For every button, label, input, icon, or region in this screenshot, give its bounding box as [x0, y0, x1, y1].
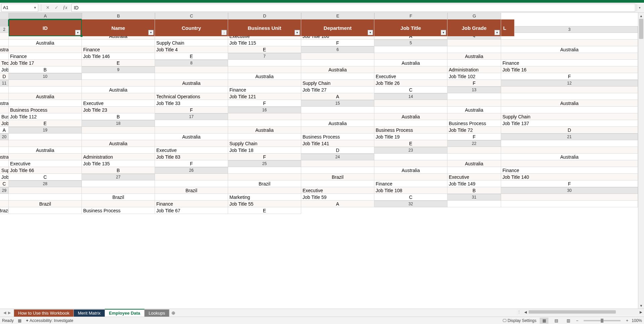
cell[interactable] — [0, 201, 9, 207]
cell[interactable]: Administration — [447, 66, 501, 73]
row-header-29[interactable]: 29 — [0, 187, 9, 194]
filter-dropdown-icon[interactable]: ▼ — [75, 30, 80, 35]
cell[interactable] — [447, 154, 501, 160]
cell[interactable] — [501, 33, 638, 40]
filter-dropdown-icon[interactable]: ▼ — [441, 30, 446, 35]
cell[interactable] — [0, 40, 9, 46]
select-all-corner[interactable] — [0, 13, 9, 19]
sheet-tab-how-to-use-this-workbook[interactable]: How to Use this Workbook — [14, 309, 74, 317]
cell[interactable] — [82, 133, 155, 140]
cell[interactable]: Job Title 102 — [447, 73, 501, 80]
macro-record-icon[interactable]: ▦ — [18, 318, 21, 323]
cell[interactable]: E — [82, 60, 155, 66]
cell[interactable] — [301, 73, 374, 80]
cell[interactable]: F — [501, 73, 638, 80]
cell[interactable] — [301, 53, 374, 60]
column-header-C[interactable]: C — [155, 13, 228, 19]
cell[interactable] — [228, 113, 301, 120]
cell[interactable]: Australia — [447, 160, 501, 167]
cell[interactable] — [155, 140, 228, 147]
cell[interactable]: Job Title 18 — [228, 147, 301, 154]
cell[interactable] — [447, 147, 501, 154]
cell[interactable]: Job Title 141 — [301, 140, 374, 147]
column-header-A[interactable]: A — [9, 13, 82, 19]
row-header-30[interactable]: 30 — [501, 187, 638, 194]
cell[interactable]: A — [301, 93, 374, 100]
cell[interactable] — [228, 120, 301, 127]
cell[interactable] — [374, 107, 447, 113]
cell[interactable]: B — [9, 66, 82, 73]
cell[interactable]: Executive — [82, 100, 155, 107]
zoom-slider[interactable] — [584, 320, 621, 321]
spreadsheet-grid[interactable]: ABCDEFG1ID▼Name▼Country↓Business Unit▼De… — [0, 13, 638, 214]
cell[interactable]: F — [301, 40, 374, 46]
cell[interactable]: F — [228, 154, 301, 160]
cell[interactable]: Business Process — [301, 133, 374, 140]
cell[interactable] — [374, 100, 447, 107]
cell[interactable]: Job Title 66 — [9, 167, 82, 174]
cell[interactable]: Australia — [501, 154, 638, 160]
cell[interactable]: Australia — [0, 154, 9, 160]
cell[interactable]: F — [501, 180, 638, 187]
cell[interactable]: Supply Chain — [0, 167, 9, 174]
chevron-down-icon[interactable]: ▼ — [34, 6, 37, 9]
cell[interactable]: Australia — [0, 46, 9, 53]
cell[interactable] — [374, 66, 447, 73]
cell[interactable]: Brazil — [228, 180, 301, 187]
row-header-3[interactable]: 3 — [501, 26, 638, 33]
new-sheet-button[interactable]: ⊕ — [169, 309, 177, 317]
cell[interactable] — [9, 46, 82, 53]
cell[interactable]: Supply Chain — [155, 40, 228, 46]
cell[interactable]: Finance — [9, 53, 82, 60]
cell[interactable]: Marketing — [228, 194, 301, 201]
cell[interactable]: E — [374, 140, 447, 147]
cell[interactable]: Australia — [447, 53, 501, 60]
cell[interactable]: B — [82, 113, 155, 120]
sheet-tab-merit-matrix[interactable]: Merit Matrix — [73, 309, 105, 317]
filter-dropdown-icon[interactable]: ↓ — [221, 30, 227, 35]
cell[interactable]: Administration — [82, 154, 155, 160]
row-header-9[interactable]: 9 — [82, 66, 155, 73]
cell[interactable]: Job Title 33 — [155, 100, 228, 107]
cell[interactable]: E — [228, 46, 301, 53]
cell[interactable] — [155, 66, 228, 73]
cell[interactable]: Job Title 19 — [374, 133, 447, 140]
cell[interactable] — [82, 40, 155, 46]
row-header-16[interactable]: 16 — [228, 107, 301, 113]
name-box[interactable]: A1 ▼ — [1, 4, 38, 12]
cell[interactable] — [501, 160, 638, 167]
hscroll-right-button[interactable]: ▶ — [638, 310, 644, 314]
cell[interactable]: D — [301, 147, 374, 154]
cell[interactable]: Business Process — [0, 113, 9, 120]
cell[interactable]: Australia — [9, 93, 82, 100]
cell[interactable]: C — [0, 180, 9, 187]
cell[interactable] — [447, 40, 501, 46]
cell[interactable] — [155, 127, 228, 133]
cell[interactable] — [501, 53, 638, 60]
cell[interactable]: Job Title 4 — [155, 46, 228, 53]
cell[interactable]: Australia — [447, 107, 501, 113]
cell[interactable]: Business Process — [82, 207, 155, 214]
cell[interactable]: Brazil — [0, 207, 9, 214]
view-page-break-button[interactable]: ▥ — [564, 318, 573, 324]
table-header-name[interactable]: Name▼ — [82, 19, 155, 36]
cell[interactable] — [82, 201, 155, 207]
cell[interactable]: Australia — [374, 113, 447, 120]
sheet-tab-lookups[interactable]: Lookups — [144, 309, 169, 317]
cell[interactable] — [0, 147, 9, 154]
cell[interactable]: Supply Chain — [228, 140, 301, 147]
cell[interactable]: Australia — [9, 147, 82, 154]
column-header-G[interactable]: G — [447, 13, 501, 19]
table-header-department[interactable]: Department▼ — [301, 19, 374, 36]
cell[interactable] — [0, 160, 9, 167]
cell[interactable]: Supply Chain — [501, 113, 638, 120]
cell[interactable]: Technical Operations — [0, 60, 9, 66]
cell[interactable]: Finance — [228, 87, 301, 93]
hscroll-track[interactable] — [529, 310, 638, 314]
cell[interactable] — [228, 133, 301, 140]
filter-dropdown-icon[interactable]: ▼ — [294, 30, 300, 35]
cell[interactable]: Job Title 23 — [82, 107, 155, 113]
zoom-level[interactable]: 100% — [632, 318, 642, 323]
cell[interactable] — [155, 120, 228, 127]
cell[interactable]: Job Title 146 — [82, 53, 155, 60]
